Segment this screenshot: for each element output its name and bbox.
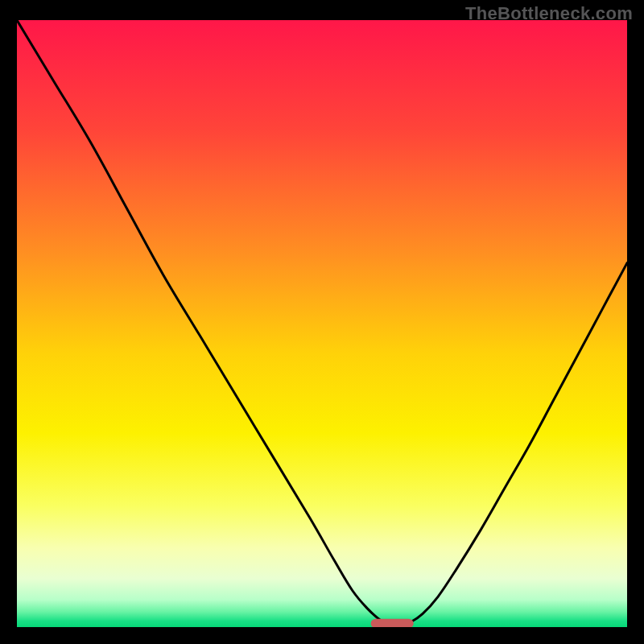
optimal-marker — [371, 619, 414, 627]
chart-svg — [17, 20, 627, 627]
chart-frame: TheBottleneck.com — [0, 0, 644, 644]
plot-area — [17, 20, 627, 627]
gradient-rect — [17, 20, 627, 627]
